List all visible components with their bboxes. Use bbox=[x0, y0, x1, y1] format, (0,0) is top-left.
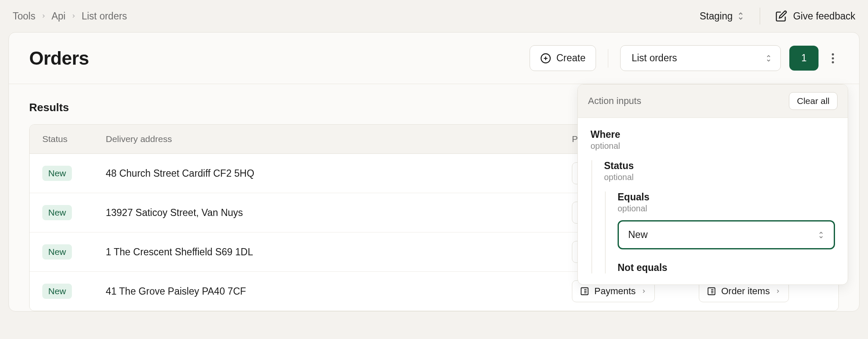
breadcrumb-list-orders[interactable]: List orders bbox=[82, 11, 127, 22]
status-badge: New bbox=[42, 244, 72, 260]
create-label: Create bbox=[556, 52, 585, 64]
action-count-badge[interactable]: 1 bbox=[789, 46, 819, 71]
chevron-right-icon bbox=[775, 288, 781, 294]
edit-icon bbox=[775, 10, 787, 22]
cell-address: 13927 Saticoy Street, Van Nuys bbox=[106, 207, 572, 219]
status-optional: optional bbox=[604, 172, 835, 182]
main-card: Orders Create List orders 1 Results bbox=[8, 32, 860, 312]
breadcrumb: Tools Api List orders bbox=[13, 11, 695, 22]
list-icon bbox=[707, 287, 716, 296]
payments-label: Payments bbox=[594, 286, 636, 297]
chevrons-up-down-icon bbox=[737, 11, 744, 21]
clear-all-button[interactable]: Clear all bbox=[789, 92, 838, 110]
where-label: Where bbox=[591, 129, 835, 140]
page-title: Orders bbox=[29, 48, 521, 69]
list-icon bbox=[580, 287, 589, 296]
svg-point-5 bbox=[832, 61, 834, 63]
give-feedback-label: Give feedback bbox=[793, 11, 855, 22]
give-feedback-button[interactable]: Give feedback bbox=[765, 10, 855, 22]
status-badge: New bbox=[42, 166, 72, 181]
where-optional: optional bbox=[591, 141, 835, 151]
svg-point-3 bbox=[832, 53, 834, 55]
status-label: Status bbox=[604, 160, 835, 172]
where-field: Where optional bbox=[591, 129, 835, 151]
panel-title: Action inputs bbox=[588, 96, 641, 107]
more-options-button[interactable] bbox=[827, 48, 839, 68]
status-badge: New bbox=[42, 284, 72, 299]
action-inputs-panel: Action inputs Clear all Where optional S… bbox=[577, 84, 848, 285]
action-selector-label: List orders bbox=[632, 52, 677, 64]
status-badge: New bbox=[42, 205, 72, 220]
chevrons-up-down-icon bbox=[765, 54, 772, 63]
chevron-right-icon bbox=[641, 288, 647, 294]
cell-address: 41 The Grove Paisley PA40 7CF bbox=[106, 286, 572, 297]
not-equals-label: Not equals bbox=[618, 262, 835, 273]
order-items-label: Order items bbox=[721, 286, 770, 297]
cell-address: 1 The Crescent Sheffield S69 1DL bbox=[106, 246, 572, 258]
equals-value: New bbox=[628, 229, 648, 241]
panel-header: Action inputs Clear all bbox=[578, 85, 848, 118]
environment-selector[interactable]: Staging bbox=[700, 11, 755, 22]
divider bbox=[760, 8, 760, 25]
chevrons-up-down-icon bbox=[818, 230, 824, 240]
equals-value-select[interactable]: New bbox=[618, 220, 835, 249]
breadcrumb-api[interactable]: Api bbox=[52, 11, 66, 22]
environment-label: Staging bbox=[700, 11, 733, 22]
panel-body: Where optional Status optional Equals op… bbox=[578, 118, 848, 284]
cell-address: 48 Church Street Cardiff CF2 5HQ bbox=[106, 168, 572, 179]
create-button[interactable]: Create bbox=[530, 45, 596, 71]
topbar: Tools Api List orders Staging Give feedb… bbox=[0, 0, 868, 32]
divider bbox=[608, 49, 608, 68]
equals-optional: optional bbox=[618, 204, 835, 213]
equals-label: Equals bbox=[618, 191, 835, 203]
status-field: Status optional Equals optional New Not … bbox=[591, 160, 835, 273]
col-status: Status bbox=[42, 134, 106, 144]
card-header: Orders Create List orders 1 bbox=[9, 33, 859, 84]
equals-field: Equals optional New Not equals bbox=[605, 191, 835, 273]
svg-point-4 bbox=[832, 57, 834, 59]
chevron-right-icon bbox=[71, 13, 77, 19]
chevron-right-icon bbox=[41, 13, 47, 19]
col-address: Delivery address bbox=[106, 134, 572, 144]
dots-vertical-icon bbox=[831, 52, 835, 64]
action-selector[interactable]: List orders bbox=[620, 45, 781, 71]
plus-circle-icon bbox=[540, 53, 551, 64]
breadcrumb-tools[interactable]: Tools bbox=[13, 11, 36, 22]
card-body: Results Status Delivery address Payments… bbox=[9, 84, 859, 311]
